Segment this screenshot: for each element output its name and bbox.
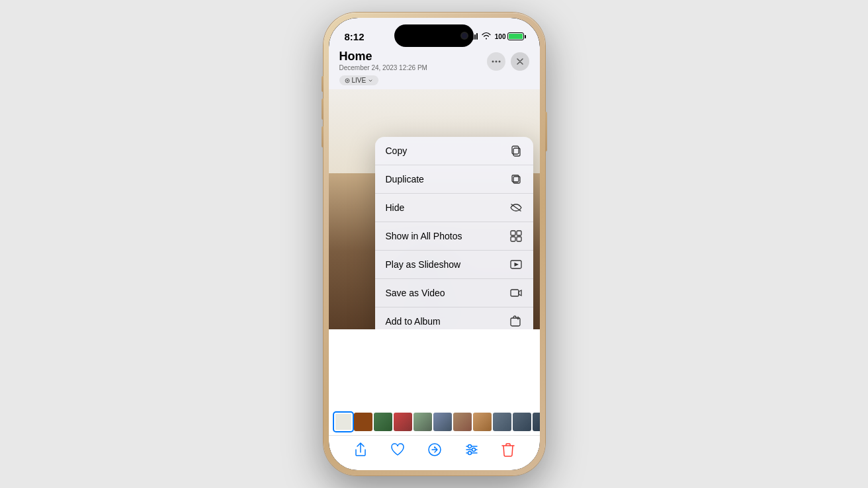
phone-device: 8:12 xyxy=(324,13,545,475)
volume-up-button[interactable] xyxy=(322,99,324,120)
svg-point-1 xyxy=(495,61,497,63)
wifi-icon xyxy=(482,32,491,42)
copy-icon xyxy=(509,144,523,157)
dynamic-island xyxy=(394,24,474,47)
context-menu-overlay: Copy Duplicate xyxy=(329,89,540,329)
thumbnail-3[interactable] xyxy=(374,413,392,431)
slideshow-icon xyxy=(509,258,523,271)
thumbnail-8[interactable] xyxy=(473,413,492,431)
duplicate-icon xyxy=(509,173,523,186)
menu-item-hide[interactable]: Hide xyxy=(375,194,533,222)
svg-point-37 xyxy=(468,445,472,448)
silent-button[interactable] xyxy=(322,76,324,92)
thumbnail-5[interactable] xyxy=(413,413,432,431)
share-button[interactable] xyxy=(353,442,368,457)
svg-rect-16 xyxy=(511,290,519,296)
thumbnail-11[interactable] xyxy=(533,413,540,431)
phone-screen: 8:12 xyxy=(329,18,540,470)
thumbnail-6[interactable] xyxy=(433,413,452,431)
menu-item-copy-label: Copy xyxy=(386,145,408,156)
bottom-toolbar xyxy=(329,435,540,470)
header-buttons xyxy=(487,52,529,71)
live-label: LIVE xyxy=(352,77,367,84)
photo-header: Home December 24, 2023 12:26 PM xyxy=(329,47,540,75)
svg-point-39 xyxy=(468,452,472,455)
edit-button[interactable] xyxy=(427,442,442,457)
thumbnail-strip xyxy=(329,409,540,435)
svg-rect-17 xyxy=(511,318,520,326)
menu-item-duplicate[interactable]: Duplicate xyxy=(375,165,533,194)
menu-item-duplicate-label: Duplicate xyxy=(386,174,424,184)
menu-item-show-all-photos-label: Show in All Photos xyxy=(386,231,462,241)
menu-item-save-video-label: Save as Video xyxy=(386,288,445,298)
thumbnail-7[interactable] xyxy=(453,413,472,431)
menu-item-hide-label: Hide xyxy=(386,202,405,213)
save-video-icon xyxy=(509,286,523,300)
menu-item-save-video[interactable]: Save as Video xyxy=(375,279,533,307)
front-camera xyxy=(460,32,468,40)
status-bar: 8:12 xyxy=(329,18,540,47)
thumbnail-4[interactable] xyxy=(394,413,412,431)
context-menu: Copy Duplicate xyxy=(375,137,533,329)
svg-rect-12 xyxy=(511,237,515,241)
power-button[interactable] xyxy=(545,112,547,151)
svg-rect-11 xyxy=(517,231,521,235)
adjust-button[interactable] xyxy=(464,442,479,457)
menu-item-show-all-photos[interactable]: Show in All Photos xyxy=(375,222,533,251)
live-badge[interactable]: LIVE xyxy=(339,75,379,85)
svg-rect-13 xyxy=(517,237,521,241)
photo-area: Copy Duplicate xyxy=(329,89,540,329)
svg-point-2 xyxy=(498,61,500,63)
menu-item-slideshow-label: Play as Slideshow xyxy=(386,259,461,270)
menu-item-copy[interactable]: Copy xyxy=(375,137,533,165)
svg-point-0 xyxy=(492,61,494,63)
heart-button[interactable] xyxy=(390,443,405,456)
svg-point-38 xyxy=(472,448,476,452)
add-album-icon xyxy=(509,315,523,328)
menu-item-slideshow[interactable]: Play as Slideshow xyxy=(375,251,533,279)
svg-marker-15 xyxy=(514,263,519,266)
thumbnail-1[interactable] xyxy=(334,413,353,431)
close-button[interactable] xyxy=(511,52,529,71)
battery-fill xyxy=(509,34,523,39)
status-time: 8:12 xyxy=(345,31,365,42)
status-icons: 100 xyxy=(470,32,524,42)
more-button[interactable] xyxy=(487,52,505,71)
battery-label: 100 xyxy=(495,33,506,40)
hide-icon xyxy=(509,201,523,214)
menu-item-add-album-label: Add to Album xyxy=(386,316,441,327)
thumbnail-10[interactable] xyxy=(513,413,531,431)
volume-down-button[interactable] xyxy=(322,126,324,147)
battery-icon xyxy=(507,32,524,40)
screen-content: 8:12 xyxy=(329,18,540,470)
svg-marker-4 xyxy=(347,79,349,81)
menu-item-add-album[interactable]: Add to Album xyxy=(375,307,533,329)
trash-button[interactable] xyxy=(501,442,515,457)
svg-rect-10 xyxy=(511,231,515,235)
photo-title-group: Home December 24, 2023 12:26 PM xyxy=(339,50,427,71)
thumbnail-9[interactable] xyxy=(493,413,511,431)
battery-indicator: 100 xyxy=(495,32,524,40)
photos-grid-icon xyxy=(509,229,523,243)
thumbnail-2[interactable] xyxy=(354,413,372,431)
photo-title: Home xyxy=(339,50,427,63)
photo-bottom-space xyxy=(329,329,540,409)
photo-subtitle: December 24, 2023 12:26 PM xyxy=(339,64,427,71)
